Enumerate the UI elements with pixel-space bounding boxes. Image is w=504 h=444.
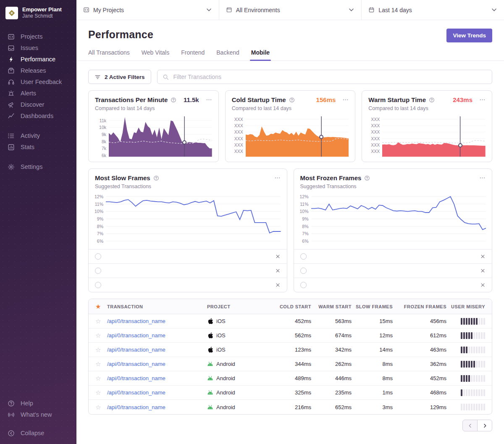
transaction-link[interactable]: /api/0/transaction_name: [107, 318, 207, 324]
close-icon[interactable]: [480, 254, 486, 259]
next-page-button[interactable]: [477, 420, 492, 431]
sidebar-item[interactable]: User Feedback: [0, 76, 76, 88]
global-filter-label: Last 14 days: [378, 7, 412, 13]
global-filter-dropdown[interactable]: Last 14 days: [362, 0, 504, 20]
slow-frames-value: 8ms: [352, 375, 393, 381]
sidebar-item[interactable]: Projects: [0, 31, 76, 42]
star-icon[interactable]: ☆: [95, 361, 107, 367]
star-icon[interactable]: ☆: [95, 389, 107, 396]
org-switcher[interactable]: Empower Plant Jane Schmidt: [0, 0, 76, 26]
star-icon[interactable]: ☆: [95, 318, 107, 324]
transaction-link[interactable]: /api/0/transaction_name: [107, 347, 207, 353]
question-icon[interactable]: [429, 97, 435, 103]
star-icon[interactable]: ☆: [95, 375, 107, 381]
key-transactions-star-icon[interactable]: ★: [95, 303, 107, 310]
slow-frames-value: 15ms: [352, 318, 393, 324]
whats-new-icon: [8, 411, 15, 418]
tab[interactable]: All Transactions: [88, 49, 130, 60]
close-icon[interactable]: [480, 268, 486, 273]
settings-icon: [8, 163, 15, 171]
sidebar-item[interactable]: Issues: [0, 42, 76, 54]
column-header[interactable]: PROJECT: [207, 304, 273, 309]
transaction-link[interactable]: /api/0/transaction_name: [107, 404, 207, 410]
chart-plot: [311, 194, 486, 244]
sidebar-footer-item[interactable]: What's new: [0, 409, 76, 420]
user-misery-bars: [461, 347, 485, 353]
sidebar-item[interactable]: Alerts: [0, 88, 76, 99]
sidebar-item[interactable]: Stats: [0, 142, 76, 153]
previous-page-button[interactable]: [462, 420, 478, 431]
org-name: Empower Plant: [22, 6, 62, 13]
activity-icon: [8, 132, 15, 139]
close-icon[interactable]: [480, 282, 486, 288]
widget-subtitle: Suggested Transactions: [95, 184, 281, 189]
active-filters-button[interactable]: 2 Active Filters: [88, 70, 151, 84]
question-icon[interactable]: [364, 175, 370, 181]
sidebar-item[interactable]: Performance: [0, 54, 76, 65]
radio-button[interactable]: [95, 268, 101, 274]
transaction-search[interactable]: [157, 70, 492, 84]
transaction-link[interactable]: /api/0/transaction_name: [107, 361, 207, 367]
ellipsis-icon[interactable]: [274, 175, 281, 181]
sidebar-collapse-button[interactable]: Collapse: [0, 428, 76, 439]
sidebar-item-label: Dashboards: [21, 113, 53, 120]
warm-start-value: 563ms: [311, 318, 352, 324]
tab[interactable]: Backend: [216, 49, 239, 60]
global-filter-dropdown[interactable]: All Environments: [219, 0, 362, 20]
radio-button[interactable]: [95, 282, 101, 288]
warm-start-value: 235ms: [311, 389, 352, 396]
radio-button[interactable]: [300, 282, 307, 288]
star-icon[interactable]: ☆: [95, 347, 107, 353]
sidebar-item[interactable]: Releases: [0, 65, 76, 76]
star-icon[interactable]: ☆: [95, 332, 107, 339]
apple-icon: [207, 318, 213, 324]
sidebar-footer-item[interactable]: Help: [0, 398, 76, 409]
column-header[interactable]: USER MISERY: [451, 304, 485, 309]
ellipsis-icon[interactable]: [206, 97, 212, 103]
column-header[interactable]: WARM START: [311, 304, 352, 309]
question-icon[interactable]: [171, 97, 176, 103]
radio-button[interactable]: [95, 253, 101, 260]
radio-button[interactable]: [300, 253, 307, 260]
column-header[interactable]: TRANSACTION: [107, 304, 207, 309]
close-icon[interactable]: [275, 254, 281, 259]
column-header[interactable]: COLD START: [273, 304, 311, 309]
close-icon[interactable]: [275, 268, 281, 273]
card-title: Transactions Per Minute: [95, 96, 168, 103]
sidebar-item-label: Settings: [21, 163, 42, 171]
tab[interactable]: Frontend: [181, 49, 205, 60]
ellipsis-icon[interactable]: [479, 175, 486, 181]
view-trends-button[interactable]: View Trends: [446, 29, 492, 42]
project-cell: Android: [207, 375, 273, 381]
slow-frames-value: 8ms: [352, 361, 393, 367]
collapse-left-icon: [8, 430, 15, 437]
slow-frames-value: 1ms: [352, 389, 393, 396]
column-header[interactable]: FROZEN FRAMES: [393, 304, 446, 309]
question-icon[interactable]: [153, 175, 159, 181]
ellipsis-icon[interactable]: [342, 97, 349, 103]
star-icon[interactable]: ☆: [95, 404, 107, 410]
sidebar-item[interactable]: Discover: [0, 99, 76, 110]
transaction-link[interactable]: /api/0/transaction_name: [107, 375, 207, 381]
question-icon[interactable]: [289, 97, 295, 103]
page-header: Performance View Trends All Transactions…: [76, 20, 504, 61]
sidebar-item-settings[interactable]: Settings: [0, 161, 76, 173]
tab[interactable]: Mobile: [251, 49, 270, 60]
suggested-transaction-row: [89, 263, 287, 278]
main-area: My Projects All Environments Last 14 day…: [76, 0, 504, 444]
transaction-link[interactable]: /api/0/transaction_name: [107, 332, 207, 339]
environments-icon: [226, 7, 232, 13]
tab[interactable]: Web Vitals: [142, 49, 169, 60]
ellipsis-icon[interactable]: [479, 97, 486, 103]
sidebar-item[interactable]: Activity: [0, 130, 76, 142]
search-icon: [163, 74, 169, 80]
column-header[interactable]: SLOW FRAMES: [352, 304, 393, 309]
sidebar-item[interactable]: Dashboards: [0, 110, 76, 122]
sidebar-item-label: Stats: [21, 144, 34, 151]
global-filter-dropdown[interactable]: My Projects: [76, 0, 219, 20]
transaction-link[interactable]: /api/0/transaction_name: [107, 389, 207, 396]
table-row: ☆ /api/0/transaction_name Android 489ms …: [89, 371, 492, 386]
radio-button[interactable]: [300, 268, 307, 274]
search-input[interactable]: [173, 73, 487, 81]
close-icon[interactable]: [275, 282, 281, 288]
